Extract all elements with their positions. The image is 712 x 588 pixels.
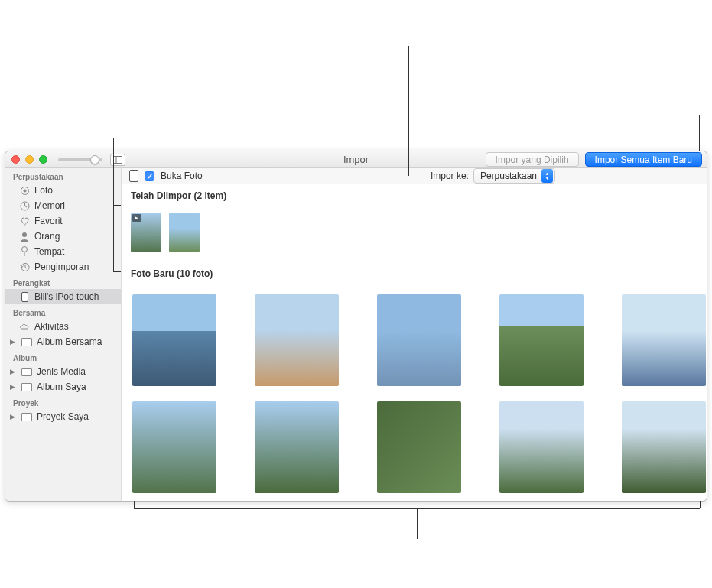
sidebar-item-memories[interactable]: Memori <box>5 198 121 213</box>
new-photo-thumbnail[interactable] <box>499 401 584 493</box>
sidebar-item-photos[interactable]: Foto <box>5 183 121 198</box>
slider-thumb[interactable] <box>90 155 99 164</box>
svg-rect-0 <box>114 156 122 163</box>
import-to-label: Impor ke: <box>431 171 469 181</box>
new-photos-header: Foto Baru (10 foto) <box>122 262 707 284</box>
new-photos-grid <box>122 284 707 501</box>
svg-point-3 <box>23 189 26 192</box>
disclosure-icon[interactable]: ▶ <box>10 368 17 375</box>
sidebar-icon <box>113 156 122 164</box>
callout-line <box>417 508 418 539</box>
sidebar-item-label: Favorit <box>34 216 63 226</box>
device-icon <box>129 170 138 182</box>
new-photo-thumbnail[interactable] <box>622 294 706 386</box>
folder-icon <box>21 413 32 421</box>
disclosure-icon[interactable]: ▶ <box>10 413 17 421</box>
sidebar-item-label: Jenis Media <box>37 366 86 377</box>
import-to-value: Perpustakaan <box>480 171 537 181</box>
cloud-icon <box>19 323 30 330</box>
video-badge-icon: ▸ <box>132 214 141 222</box>
heart-icon <box>19 216 30 226</box>
sidebar-item-label: Foto <box>34 185 53 196</box>
new-photo-thumbnail[interactable] <box>622 401 706 493</box>
sidebar-toggle-button[interactable] <box>110 154 125 166</box>
new-photo-thumbnail[interactable] <box>377 294 461 386</box>
sidebar-item-label: Aktivitas <box>34 321 69 332</box>
sidebar-item-my-albums[interactable]: ▶ Album Saya <box>5 379 121 395</box>
sidebar-item-label: Album Saya <box>37 382 86 392</box>
new-photo-thumbnail[interactable] <box>255 294 339 386</box>
app-window: Impor Impor yang Dipilih Impor Semua Ite… <box>5 151 707 502</box>
new-photo-thumbnail[interactable] <box>255 401 339 493</box>
callout-line <box>134 501 135 508</box>
chevron-updown-icon: ▲▼ <box>541 169 553 183</box>
sidebar-header: Perpustakaan <box>5 168 121 183</box>
callout-line <box>700 501 701 508</box>
imported-thumbnail[interactable] <box>169 213 200 252</box>
import-toolbar: ✓ Buka Foto Impor ke: Perpustakaan ▲▼ <box>122 168 707 184</box>
new-photo-thumbnail[interactable] <box>132 401 216 493</box>
thumbnail-zoom-slider[interactable] <box>58 158 102 161</box>
sidebar-item-people[interactable]: Orang <box>5 229 121 244</box>
sidebar-item-label: Orang <box>34 231 60 242</box>
open-photos-checkbox[interactable]: ✓ <box>145 171 154 181</box>
folder-icon <box>21 368 32 376</box>
sidebar-item-shared-album[interactable]: ▶ Album Bersama <box>5 334 121 349</box>
import-to-select[interactable]: Perpustakaan ▲▼ <box>473 168 555 184</box>
sidebar-item-label: Album Bersama <box>37 336 102 347</box>
already-imported-row: ▸ <box>122 206 707 262</box>
disclosure-icon[interactable]: ▶ <box>10 338 17 346</box>
window-controls <box>5 155 47 164</box>
callout-line <box>408 46 409 176</box>
sidebar-item-device[interactable]: Bill's iPod touch <box>5 289 121 304</box>
sidebar-item-label: Bill's iPod touch <box>34 291 99 302</box>
callout-line <box>113 271 121 272</box>
history-icon <box>19 262 30 272</box>
folder-icon <box>21 383 32 391</box>
sidebar-header: Perangkat <box>5 275 121 289</box>
photos-icon <box>19 186 30 196</box>
import-to-group: Impor ke: Perpustakaan ▲▼ <box>431 168 555 184</box>
sidebar-item-my-projects[interactable]: ▶ Proyek Saya <box>5 409 121 424</box>
sidebar-item-label: Tempat <box>34 246 64 257</box>
sidebar-item-favorites[interactable]: Favorit <box>5 213 121 229</box>
sidebar-header: Bersama <box>5 304 121 319</box>
svg-point-6 <box>22 247 28 252</box>
callout-line <box>699 115 700 151</box>
sidebar-item-label: Pengimporan <box>34 262 89 272</box>
sidebar-item-activity[interactable]: Aktivitas <box>5 319 121 334</box>
main-content: ✓ Buka Foto Impor ke: Perpustakaan ▲▼ Te… <box>122 168 707 501</box>
svg-point-5 <box>22 232 27 237</box>
folder-icon <box>21 338 32 346</box>
sidebar-item-imports[interactable]: Pengimporan <box>5 259 121 275</box>
clock-icon <box>19 201 30 211</box>
sidebar: Perpustakaan Foto Memori Favorit <box>5 168 122 501</box>
already-imported-header: Telah Diimpor (2 item) <box>122 184 707 206</box>
sidebar-item-places[interactable]: Tempat <box>5 244 121 259</box>
sidebar-item-label: Memori <box>34 200 65 211</box>
zoom-icon[interactable] <box>39 155 47 164</box>
sidebar-item-media-types[interactable]: ▶ Jenis Media <box>5 364 121 379</box>
device-icon <box>19 292 30 302</box>
import-selected-button[interactable]: Impor yang Dipilih <box>486 152 579 167</box>
open-photos-label: Buka Foto <box>161 171 203 181</box>
sidebar-header: Album <box>5 349 121 364</box>
person-icon <box>19 232 30 242</box>
import-all-new-button[interactable]: Impor Semua Item Baru <box>585 152 702 167</box>
minimize-icon[interactable] <box>25 155 34 164</box>
new-photo-thumbnail[interactable] <box>132 294 216 386</box>
pin-icon <box>19 246 30 257</box>
disclosure-icon[interactable]: ▶ <box>10 383 17 391</box>
titlebar: Impor Impor yang Dipilih Impor Semua Ite… <box>5 151 707 168</box>
callout-line <box>113 205 121 206</box>
close-icon[interactable] <box>11 155 20 164</box>
new-photo-thumbnail[interactable] <box>499 294 584 386</box>
new-photo-thumbnail[interactable] <box>377 401 461 493</box>
imported-thumbnail[interactable]: ▸ <box>131 213 161 252</box>
sidebar-item-label: Proyek Saya <box>37 411 89 422</box>
sidebar-header: Proyek <box>5 395 121 409</box>
